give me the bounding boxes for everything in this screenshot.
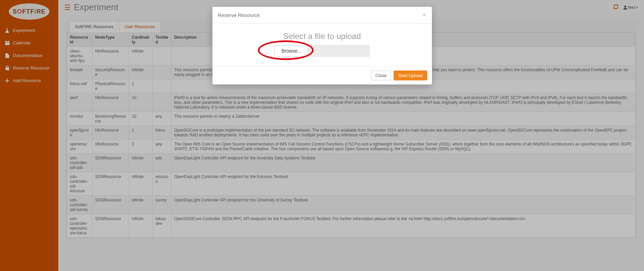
modal-header: Reserve Resource × xyxy=(212,7,432,23)
modal-footer: Close Start Upload xyxy=(212,66,432,84)
reserve-resource-modal: Reserve Resource × Select a file to uplo… xyxy=(212,7,432,84)
modal-overlay[interactable]: Reserve Resource × Select a file to uplo… xyxy=(0,0,644,271)
start-upload-button[interactable]: Start Upload xyxy=(394,71,427,80)
close-button[interactable]: Close xyxy=(371,71,391,80)
file-input-group: Browse... xyxy=(274,45,369,57)
browse-button[interactable]: Browse... xyxy=(274,45,308,57)
modal-title: Reserve Resource xyxy=(218,12,260,18)
upload-heading: Select a file to upload xyxy=(218,32,427,41)
file-name-field[interactable] xyxy=(309,45,370,57)
close-icon[interactable]: × xyxy=(422,12,427,18)
modal-body: Select a file to upload Browse... xyxy=(212,23,432,66)
